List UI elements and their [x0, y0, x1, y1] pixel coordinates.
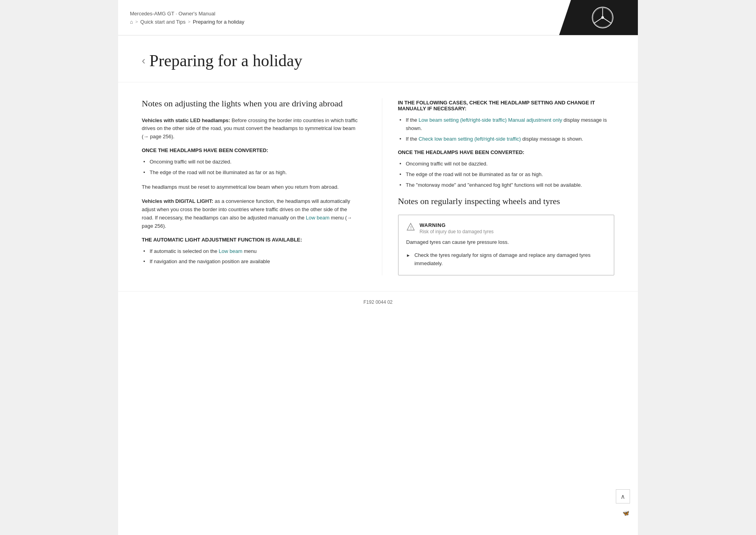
svg-point-5: [601, 16, 604, 19]
breadcrumb: ⌂ > Quick start and Tips > Preparing for…: [130, 19, 547, 25]
warning-body-text: Damaged tyres can cause tyre pressure lo…: [406, 238, 606, 247]
left-section-heading: Notes on adjusting the lights when you a…: [142, 98, 358, 110]
warning-box: ! WARNING Risk of injury due to damaged …: [398, 215, 615, 275]
page-title: Preparing for a holiday: [149, 51, 302, 70]
header-logo-area: [559, 0, 638, 35]
warning-arrow-icon: ►: [406, 251, 411, 259]
check-low-beam-link[interactable]: Check low beam setting (left/right-side …: [419, 136, 521, 142]
mercedes-logo: [592, 7, 613, 28]
svg-line-4: [602, 18, 611, 23]
content-area: Notes on adjusting the lights when you a…: [118, 82, 638, 291]
svg-line-3: [594, 18, 602, 23]
manual-title: Mercedes-AMG GT · Owner's Manual: [130, 11, 547, 17]
col-right: IN THE FOLLOWING CASES, CHECK THE HEADLA…: [382, 98, 615, 275]
converted-bullet-1: Oncoming traffic will not be dazzled.: [142, 158, 358, 166]
home-icon[interactable]: ⌂: [130, 19, 133, 25]
led-headlamps-para: Vehicles with static LED headlamps: Befo…: [142, 117, 358, 141]
auto-bullet-2: If navigation and the navigation positio…: [142, 258, 358, 266]
wheels-heading: Notes on regularly inspecting wheels and…: [398, 196, 615, 207]
auto-bullet-1: If automatic is selected on the Low beam…: [142, 247, 358, 256]
warning-bullet: ► Check the tyres regularly for signs of…: [406, 251, 606, 268]
warning-header: ! WARNING Risk of injury due to damaged …: [406, 222, 606, 234]
breadcrumb-sep-2: >: [188, 19, 190, 24]
reset-text: The headlamps must be reset to asymmetri…: [142, 183, 358, 191]
warning-title: WARNING: [420, 222, 494, 228]
header-left: Mercedes-AMG GT · Owner's Manual ⌂ > Qui…: [118, 0, 559, 35]
digital-light-bold: Vehicles with DIGITAL LIGHT:: [142, 198, 213, 204]
warning-subtitle: Risk of injury due to damaged tyres: [420, 229, 494, 234]
converted-bullet-right-1: Oncoming traffic will not be dazzled.: [398, 160, 615, 168]
led-headlamps-bold: Vehicles with static LED headlamps:: [142, 117, 230, 123]
converted-bullet-right-2: The edge of the road will not be illumin…: [398, 171, 615, 179]
converted-heading-left: ONCE THE HEADLAMPS HAVE BEEN CONVERTED:: [142, 147, 358, 153]
breadcrumb-sep-1: >: [135, 19, 138, 24]
scroll-top-button[interactable]: ∧: [616, 489, 630, 503]
digital-light-para: Vehicles with DIGITAL LIGHT: as a conven…: [142, 197, 358, 230]
svg-text:!: !: [410, 226, 411, 230]
following-heading: IN THE FOLLOWING CASES, CHECK THE HEADLA…: [398, 100, 615, 111]
following-bullets: If the Low beam setting (left/right-side…: [398, 116, 615, 143]
header: Mercedes-AMG GT · Owner's Manual ⌂ > Qui…: [118, 0, 638, 35]
breadcrumb-quick-start[interactable]: Quick start and Tips: [140, 19, 185, 25]
converted-bullet-2: The edge of the road will not be illumin…: [142, 169, 358, 177]
converted-bullet-right-3: The "motorway mode" and "enhanced fog li…: [398, 181, 615, 189]
low-beam-link-2[interactable]: Low beam: [219, 248, 243, 254]
low-beam-setting-link[interactable]: Low beam setting (left/right-side traffi…: [419, 117, 562, 123]
auto-bullets: If automatic is selected on the Low beam…: [142, 247, 358, 266]
doc-reference: F192 0044 02: [363, 299, 393, 305]
page-title-section: ‹ Preparing for a holiday: [118, 35, 638, 82]
page-footer: F192 0044 02: [118, 291, 638, 313]
following-bullet-2: If the Check low beam setting (left/righ…: [398, 135, 615, 143]
warning-triangle-icon: !: [406, 223, 415, 231]
warning-title-group: WARNING Risk of injury due to damaged ty…: [420, 222, 494, 234]
converted-bullets-left: Oncoming traffic will not be dazzled. Th…: [142, 158, 358, 177]
converted-heading-right: ONCE THE HEADLAMPS HAVE BEEN CONVERTED:: [398, 149, 615, 155]
col-left: Notes on adjusting the lights when you a…: [142, 98, 382, 275]
breadcrumb-current: Preparing for a holiday: [193, 19, 245, 25]
back-chevron-icon[interactable]: ‹: [142, 55, 145, 66]
butterfly-icon: 🦋: [623, 510, 629, 516]
following-bullet-1: If the Low beam setting (left/right-side…: [398, 116, 615, 133]
converted-bullets-right: Oncoming traffic will not be dazzled. Th…: [398, 160, 615, 189]
auto-heading: THE AUTOMATIC LIGHT ADJUSTMENT FUNCTION …: [142, 237, 358, 243]
low-beam-link-1[interactable]: Low beam: [306, 215, 330, 221]
warning-bullet-text: Check the tyres regularly for signs of d…: [414, 251, 606, 268]
